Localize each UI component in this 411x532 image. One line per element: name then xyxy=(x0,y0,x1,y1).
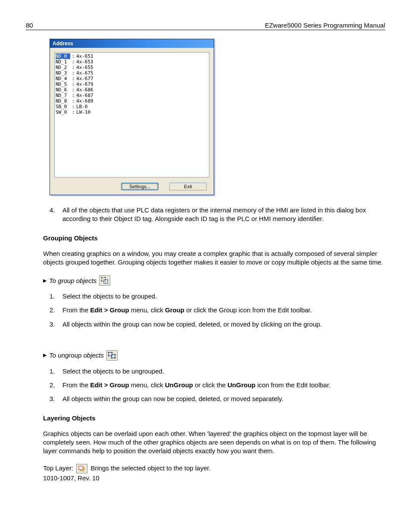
list-item[interactable]: ND_6: 4x-686 xyxy=(56,87,208,93)
item-number: 2. xyxy=(50,381,62,389)
row-id: SB_0 xyxy=(56,104,70,109)
address-listbox[interactable]: ND_0: 4x-651ND_1: 4x-653ND_2: 4x-655ND_3… xyxy=(54,52,209,177)
row-id: ND_5 xyxy=(56,81,70,87)
ungroup-icon xyxy=(106,350,118,361)
row-value: 4x-679 xyxy=(76,81,93,87)
footer-rev: 1010-1007, Rev. 10 xyxy=(43,474,385,482)
page-header: 80 EZware5000 Series Programming Manual xyxy=(26,22,385,30)
row-value: 4x-677 xyxy=(76,76,93,81)
row-id: ND_6 xyxy=(56,87,70,93)
top-layer-desc: Brings the selected object to the top la… xyxy=(90,464,211,472)
svg-rect-12 xyxy=(111,358,112,358)
top-layer-line: Top Layer: Brings the selected object to… xyxy=(43,464,385,473)
row-id: ND_3 xyxy=(56,70,70,76)
row-id: ND_1 xyxy=(56,59,70,65)
svg-rect-8 xyxy=(112,352,112,353)
list-item[interactable]: ND_2: 4x-655 xyxy=(56,65,208,70)
layering-para: Graphics objects can be overlaid upon ea… xyxy=(43,429,385,456)
exit-button[interactable]: Exit xyxy=(169,183,207,190)
row-value: 4x-686 xyxy=(76,87,93,93)
row-id: SW_0 xyxy=(56,109,70,115)
list-item[interactable]: ND_5: 4x-679 xyxy=(56,81,208,87)
row-value: 4x-653 xyxy=(76,59,93,65)
grouping-para: When creating graphics on a window, you … xyxy=(43,249,385,267)
list-item[interactable]: SW_0: LW-10 xyxy=(56,109,208,115)
list-item[interactable]: ND_1: 4x-653 xyxy=(56,59,208,65)
row-value: 4x-689 xyxy=(76,98,93,104)
row-value: LB-0 xyxy=(76,104,88,109)
item-text: All objects within the group can now be … xyxy=(62,320,322,329)
svg-rect-14 xyxy=(79,466,83,470)
list-item: 1.Select the objects to be ungrouped. xyxy=(50,367,385,376)
item-text: From the Edit > Group menu, click Group … xyxy=(62,306,312,314)
triangle-icon: ▶ xyxy=(43,352,47,358)
row-id: ND_2 xyxy=(56,65,70,70)
svg-rect-2 xyxy=(101,277,102,278)
svg-rect-9 xyxy=(108,355,109,356)
list-item: 2.From the Edit > Group menu, click Grou… xyxy=(50,306,385,314)
row-value: LW-10 xyxy=(76,109,90,115)
row-value: 4x-651 xyxy=(76,53,93,59)
item-text: Select the objects to be grouped. xyxy=(62,292,157,301)
svg-rect-3 xyxy=(105,277,106,278)
manual-title: EZware5000 Series Programming Manual xyxy=(265,22,385,29)
to-ungroup-task: ▶ To ungroup objects xyxy=(43,350,385,361)
row-id: ND_4 xyxy=(56,76,70,81)
item-number: 3. xyxy=(50,395,62,403)
row-id: ND_7 xyxy=(56,93,70,98)
svg-rect-7 xyxy=(108,352,109,353)
list-item[interactable]: ND_4: 4x-677 xyxy=(56,76,208,81)
list-item[interactable]: ND_0: 4x-651 xyxy=(56,53,208,59)
dialog-titlebar: Address xyxy=(50,39,214,48)
item-text: All of the objects that use PLC data reg… xyxy=(62,206,385,224)
list-item: 1.Select the objects to be grouped. xyxy=(50,292,385,301)
task-label: To ungroup objects xyxy=(49,352,104,359)
list-item[interactable]: ND_8: 4x-689 xyxy=(56,98,208,104)
list-item[interactable]: ND_3: 4x-675 xyxy=(56,70,208,76)
svg-rect-11 xyxy=(115,358,115,358)
settings-button[interactable]: Settings... xyxy=(121,183,159,190)
item-number: 3. xyxy=(50,320,62,329)
group-icon xyxy=(99,275,110,286)
to-group-task: ▶ To group objects xyxy=(43,275,385,286)
list-item[interactable]: ND_7: 4x-687 xyxy=(56,93,208,98)
svg-rect-10 xyxy=(115,354,115,355)
item-number: 1. xyxy=(50,292,62,301)
address-dialog: Address ND_0: 4x-651ND_1: 4x-653ND_2: 4x… xyxy=(50,39,214,195)
list-item: 2.From the Edit > Group menu, click UnGr… xyxy=(50,381,385,389)
row-value: 4x-675 xyxy=(76,70,93,76)
item-number: 1. xyxy=(50,367,62,376)
list-item: 3.All objects within the group can now b… xyxy=(50,320,385,329)
task-label: To group objects xyxy=(49,277,97,284)
top-layer-icon xyxy=(76,464,87,473)
row-value: 4x-687 xyxy=(76,93,93,98)
row-id: ND_0 xyxy=(56,53,70,59)
list-item: 3.All objects within the group can now b… xyxy=(50,395,385,403)
page-number: 80 xyxy=(26,22,33,29)
item-text: Select the objects to be ungrouped. xyxy=(62,367,164,376)
grouping-heading: Grouping Objects xyxy=(43,234,385,242)
svg-rect-4 xyxy=(101,280,102,281)
item-number: 4. xyxy=(50,206,62,224)
top-layer-label: Top Layer: xyxy=(43,464,73,472)
dialog-body: ND_0: 4x-651ND_1: 4x-653ND_2: 4x-655ND_3… xyxy=(50,48,214,195)
list-item[interactable]: SB_0: LB-0 xyxy=(56,104,208,109)
item-text: All objects within the group can now be … xyxy=(62,395,283,403)
item-text: From the Edit > Group menu, click UnGrou… xyxy=(62,381,330,389)
row-id: ND_8 xyxy=(56,98,70,104)
row-value: 4x-655 xyxy=(76,65,93,70)
triangle-icon: ▶ xyxy=(43,278,47,283)
list-item: 4. All of the objects that use PLC data … xyxy=(50,206,385,224)
item-number: 2. xyxy=(50,306,62,314)
layering-heading: Layering Objects xyxy=(43,414,385,422)
